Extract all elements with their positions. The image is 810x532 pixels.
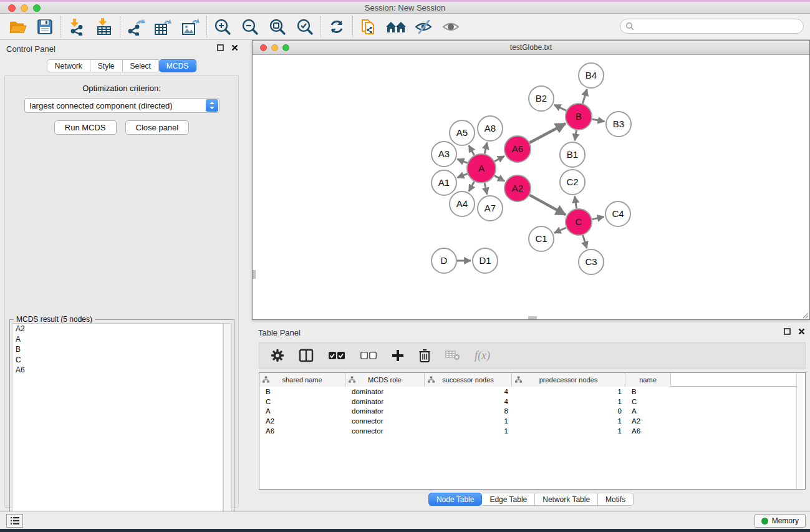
- tab-node-table[interactable]: Node Table: [428, 493, 483, 506]
- tab-select[interactable]: Select: [123, 59, 159, 72]
- table-cell[interactable]: 1: [512, 388, 625, 395]
- tab-mcds[interactable]: MCDS: [159, 59, 196, 72]
- table-cell[interactable]: connector: [345, 427, 425, 435]
- run-mcds-button[interactable]: Run MCDS: [54, 120, 117, 135]
- function-builder-button[interactable]: f(x): [475, 346, 490, 365]
- graph-edge[interactable]: [529, 123, 565, 143]
- graph-edge[interactable]: [469, 181, 475, 191]
- delete-column-button[interactable]: [418, 346, 431, 365]
- hide-details-button[interactable]: [410, 15, 437, 39]
- graph-edge[interactable]: [494, 156, 504, 161]
- float-panel-icon[interactable]: [217, 44, 224, 51]
- table-cell[interactable]: 1: [425, 417, 512, 425]
- task-history-button[interactable]: [6, 514, 23, 528]
- table-cell[interactable]: 4: [425, 388, 512, 395]
- table-cell[interactable]: C: [259, 398, 345, 405]
- graph-edge[interactable]: [582, 89, 587, 104]
- zoom-fit-button[interactable]: [264, 15, 291, 39]
- network-canvas[interactable]: B4B2BB3A8A5A6A3B1AC2A1A2A4A7C4CC1C3DD1: [253, 55, 809, 319]
- mcds-result-item[interactable]: A6: [12, 365, 223, 375]
- column-header-successor-nodes[interactable]: successor nodes: [425, 373, 512, 387]
- table-cell[interactable]: 1: [512, 427, 625, 435]
- tab-edge-table[interactable]: Edge Table: [482, 493, 535, 506]
- table-row[interactable]: Adominator80A: [259, 407, 805, 417]
- table-cell[interactable]: 1: [512, 398, 625, 405]
- save-session-button[interactable]: [31, 15, 59, 39]
- canvas-horizontal-scroll-nub[interactable]: [528, 316, 537, 319]
- graph-edge[interactable]: [583, 235, 587, 248]
- graph-edge[interactable]: [485, 183, 487, 194]
- close-panel-icon[interactable]: [798, 328, 805, 335]
- close-panel-icon[interactable]: [231, 44, 238, 51]
- graph-edge[interactable]: [529, 195, 566, 215]
- mcds-result-item[interactable]: A: [12, 334, 223, 345]
- table-cell[interactable]: 8: [425, 407, 512, 415]
- table-settings-button[interactable]: [271, 346, 284, 365]
- export-image-button[interactable]: [177, 15, 205, 39]
- neighborhood-button[interactable]: [382, 15, 410, 39]
- table-cell[interactable]: 1: [425, 427, 512, 435]
- table-cell[interactable]: A: [625, 407, 671, 415]
- select-all-button[interactable]: [328, 346, 345, 365]
- zoom-out-button[interactable]: [236, 15, 264, 39]
- table-cell[interactable]: dominator: [345, 388, 425, 395]
- canvas-vertical-scroll-nub[interactable]: [253, 270, 256, 279]
- import-network-button[interactable]: [63, 15, 90, 39]
- add-column-button[interactable]: [392, 346, 404, 365]
- mcds-result-list[interactable]: A2ABCA6: [12, 323, 223, 529]
- table-cell[interactable]: connector: [345, 417, 425, 425]
- delete-table-button[interactable]: [445, 346, 460, 365]
- memory-button[interactable]: Memory: [755, 514, 806, 528]
- criterion-select[interactable]: largest connected component (directed): [24, 98, 219, 113]
- tab-style[interactable]: Style: [90, 59, 123, 72]
- graph-edge[interactable]: [575, 196, 577, 209]
- table-cell[interactable]: 0: [512, 407, 625, 415]
- table-row[interactable]: A6connector11A6: [259, 426, 805, 436]
- column-header-shared-name[interactable]: shared name: [259, 373, 345, 387]
- deselect-all-button[interactable]: [360, 346, 377, 365]
- export-table-button[interactable]: [150, 15, 177, 39]
- table-cell[interactable]: 1: [512, 417, 625, 425]
- graph-edge[interactable]: [575, 130, 577, 141]
- tab-network[interactable]: Network: [47, 59, 90, 72]
- zoom-selected-button[interactable]: [291, 15, 319, 39]
- refresh-network-button[interactable]: [323, 15, 350, 39]
- table-cell[interactable]: A6: [259, 427, 345, 435]
- float-panel-icon[interactable]: [784, 328, 791, 335]
- show-details-button[interactable]: [437, 15, 465, 39]
- table-cell[interactable]: A: [259, 407, 345, 415]
- graph-edge[interactable]: [494, 176, 504, 181]
- zoom-in-button[interactable]: [209, 15, 236, 39]
- tab-network-table[interactable]: Network Table: [535, 493, 598, 506]
- graph-edge[interactable]: [554, 105, 567, 110]
- open-session-button[interactable]: [4, 15, 31, 39]
- table-cell[interactable]: dominator: [345, 407, 425, 415]
- table-scrollbar[interactable]: [796, 373, 805, 489]
- column-header-MCDS-role[interactable]: MCDS role: [345, 373, 425, 387]
- node-table[interactable]: shared nameMCDS rolesuccessor nodesprede…: [259, 372, 806, 490]
- column-header-name[interactable]: name: [625, 373, 671, 387]
- table-cell[interactable]: A2: [625, 417, 671, 425]
- network-window-titlebar[interactable]: testGlobe.txt: [253, 41, 809, 55]
- import-table-button[interactable]: [90, 15, 118, 39]
- table-cell[interactable]: B: [625, 388, 671, 395]
- mcds-result-item[interactable]: B: [12, 344, 223, 355]
- tab-motifs[interactable]: Motifs: [598, 493, 634, 506]
- close-panel-button[interactable]: Close panel: [125, 120, 190, 135]
- mcds-result-item[interactable]: C: [12, 355, 223, 365]
- resize-grip-icon[interactable]: [801, 311, 809, 319]
- graph-edge[interactable]: [458, 159, 468, 163]
- export-network-button[interactable]: [122, 15, 150, 39]
- table-cell[interactable]: dominator: [345, 398, 425, 405]
- table-row[interactable]: Bdominator41B: [259, 387, 805, 397]
- table-cell[interactable]: 4: [425, 398, 512, 405]
- table-cell[interactable]: A6: [625, 427, 671, 435]
- mcds-result-scrollbar[interactable]: [223, 323, 232, 529]
- table-cell[interactable]: A2: [259, 417, 345, 425]
- column-header-predecessor-nodes[interactable]: predecessor nodes: [512, 373, 625, 387]
- table-cell[interactable]: C: [625, 398, 671, 405]
- graph-edge[interactable]: [592, 119, 605, 122]
- graph-edge[interactable]: [592, 217, 604, 220]
- graph-edge[interactable]: [554, 228, 566, 233]
- graph-edge[interactable]: [469, 145, 475, 155]
